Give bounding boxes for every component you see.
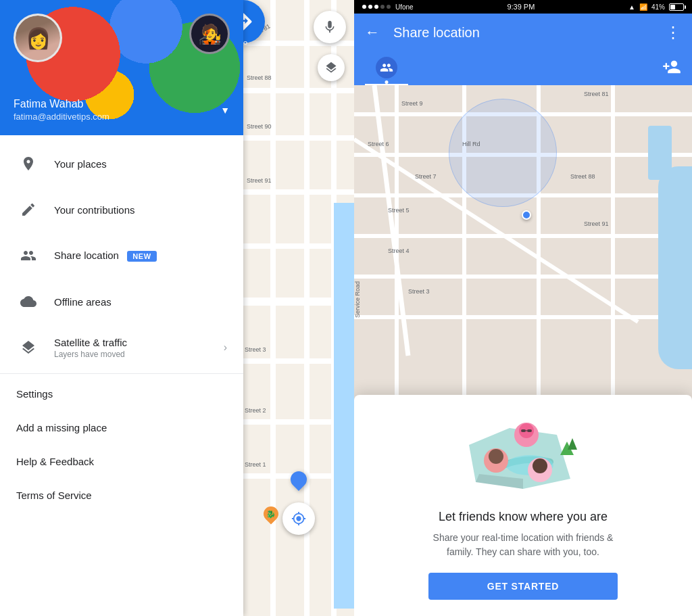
water-right: [658, 166, 692, 369]
menu-item-settings[interactable]: Settings: [0, 377, 243, 410]
user-info: Fatima Wahab fatima@additivetips.com ▼: [14, 98, 230, 122]
share-illustration-svg: [462, 414, 584, 496]
signal-dot-5: [387, 5, 391, 9]
menu-item-terms[interactable]: Terms of Service: [0, 478, 243, 512]
svg-marker-3: [568, 438, 577, 450]
dropdown-icon[interactable]: ▼: [220, 105, 230, 116]
road-h1: [243, 41, 354, 46]
add-missing-label: Add a missing place: [16, 422, 107, 433]
signal-icons: Ufone: [362, 3, 414, 11]
battery-icon: [669, 3, 684, 11]
menu-item-add-missing[interactable]: Add a missing place: [0, 410, 243, 444]
signal-dot-4: [380, 5, 385, 9]
map-road-h6: [354, 315, 692, 319]
back-button[interactable]: ←: [365, 24, 380, 41]
svg-point-12: [533, 458, 547, 473]
street-5-label: Street 5: [388, 207, 410, 214]
signal-dot-1: [362, 5, 366, 9]
status-time: 9:39 PM: [507, 3, 535, 11]
tab-people[interactable]: [365, 51, 408, 85]
battery-text: 41%: [651, 3, 665, 11]
menu-item-satellite[interactable]: Satellite & traffic Layers have moved ›: [0, 325, 243, 371]
help-label: Help & Feedback: [16, 456, 94, 467]
hill-rd-label: Hill Rd: [462, 141, 480, 147]
share-card-title: Let friends know where you are: [439, 510, 608, 524]
tab-active-dot: [385, 80, 389, 84]
share-location-card: Let friends know where you are Share you…: [354, 395, 692, 616]
share-illustration: [462, 411, 584, 499]
battery-fill: [670, 5, 675, 9]
your-places-label: Your places: [54, 158, 227, 170]
menu-items: Your places Your contributions Share loc…: [0, 135, 243, 616]
street-88-label: Street 88: [570, 173, 595, 180]
satellite-label: Satellite & traffic: [54, 337, 218, 348]
add-person-button[interactable]: [662, 57, 681, 80]
status-bar: Ufone 9:39 PM ▲ 📶 41%: [354, 0, 692, 14]
location-button[interactable]: [282, 502, 315, 535]
layers-button[interactable]: [318, 54, 345, 81]
app-bar: ← Share location ⋮: [354, 14, 692, 51]
avatar-secondary[interactable]: 🧑‍🎤: [189, 14, 230, 54]
svg-rect-6: [521, 429, 526, 432]
offline-areas-label: Offline areas: [54, 296, 227, 308]
get-started-button[interactable]: GET STARTED: [428, 573, 618, 600]
signal-dot-2: [368, 5, 372, 9]
mic-button[interactable]: [314, 11, 346, 43]
street-4-label: Street 4: [388, 247, 410, 254]
menu-item-share-location[interactable]: Share location NEW: [0, 233, 243, 279]
wifi-icon: 📶: [639, 3, 647, 11]
street-label-3: Street 3: [245, 346, 266, 353]
street-3-label: Street 3: [408, 288, 430, 295]
app-bar-title: Share location: [393, 25, 665, 41]
service-road-label: Service Road: [354, 281, 361, 318]
cloud-icon: [16, 289, 41, 314]
sidebar: 👩 🧑‍🎤 Fatima Wahab fatima@additivetips.c…: [0, 0, 243, 616]
edit-icon: [16, 197, 41, 222]
satellite-subtitle: Layers have moved: [54, 350, 218, 359]
street-91-label: Street 91: [584, 220, 609, 227]
user-email: fatima@additivetips.com: [14, 112, 109, 122]
right-panel: Ufone 9:39 PM ▲ 📶 41% ← Share location ⋮: [354, 0, 692, 616]
street-9-label: Street 9: [401, 100, 423, 107]
map-strip: Street 81 Street 88 Street 90 Street 91 …: [243, 0, 354, 616]
street-label-88: Street 88: [247, 74, 272, 81]
sidebar-header: 👩 🧑‍🎤 Fatima Wahab fatima@additivetips.c…: [0, 0, 243, 135]
contributions-label: Your contributions: [54, 204, 227, 216]
street-label-1: Street 1: [245, 461, 266, 468]
pin-icon: [16, 151, 41, 176]
menu-item-contributions[interactable]: Your contributions: [0, 187, 243, 233]
water-area: [334, 203, 354, 609]
battery-tip: [685, 5, 686, 9]
svg-point-10: [489, 449, 503, 464]
street-7-label: Street 7: [415, 173, 437, 180]
satellite-content: Satellite & traffic Layers have moved: [54, 337, 218, 359]
new-badge: NEW: [127, 251, 156, 262]
share-location-label: Share location: [54, 250, 119, 261]
menu-item-offline-areas[interactable]: Offline areas: [0, 279, 243, 325]
person-share-icon: [16, 243, 41, 268]
menu-item-your-places[interactable]: Your places: [0, 141, 243, 187]
street-81-label: Street 81: [584, 91, 609, 97]
go-label: GO: [243, 40, 248, 46]
map-view: Street 9 Street 6 Street 7 Hill Rd Stree…: [354, 85, 692, 616]
road-h2: [243, 88, 354, 93]
more-button[interactable]: ⋮: [665, 23, 681, 42]
menu-item-help[interactable]: Help & Feedback: [0, 444, 243, 478]
share-card-subtitle: Share your real-time location with frien…: [428, 531, 618, 559]
map-road-h4: [354, 234, 692, 238]
carrier-name: Ufone: [395, 3, 414, 11]
divider-1: [0, 373, 243, 374]
terms-label: Terms of Service: [16, 490, 92, 501]
avatar-main[interactable]: 👩: [14, 14, 62, 62]
street-label-91: Street 91: [247, 177, 272, 184]
location-range-circle: [449, 99, 557, 207]
user-name: Fatima Wahab: [14, 98, 109, 110]
svg-rect-7: [527, 429, 532, 432]
layers-icon: [16, 335, 41, 360]
user-location-dot: [522, 210, 531, 220]
street-6-label: Street 6: [368, 141, 389, 147]
tabs-bar: [354, 51, 692, 85]
water-top-right: [648, 126, 672, 180]
signal-dot-3: [374, 5, 378, 9]
road-h3: [243, 135, 354, 141]
